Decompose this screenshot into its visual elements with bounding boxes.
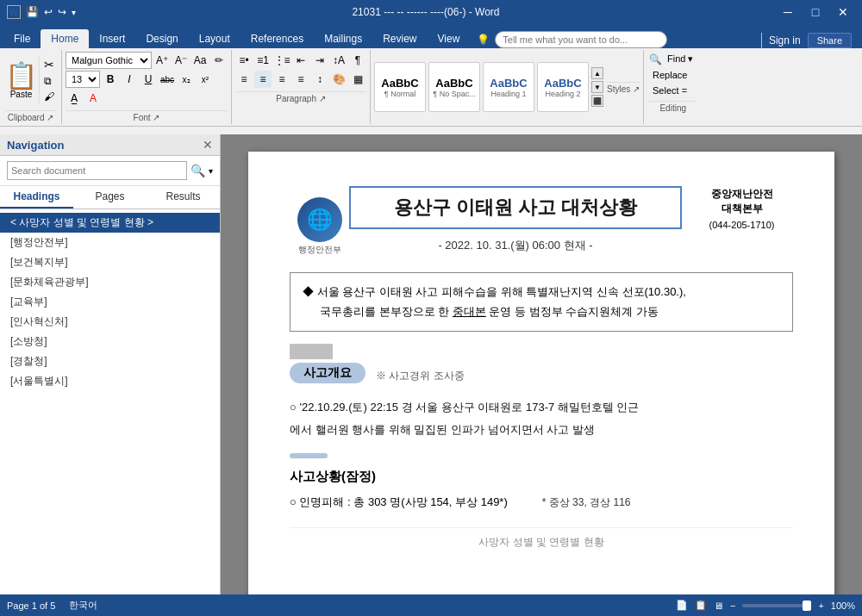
tab-file[interactable]: File bbox=[3, 29, 41, 48]
grow-font-button[interactable]: A⁺ bbox=[153, 52, 171, 69]
font-label: Font ↗ bbox=[66, 110, 228, 122]
text-highlight-button[interactable]: A̲ bbox=[66, 90, 83, 107]
styles-scroll: ▲ ▼ ⬛ bbox=[591, 67, 603, 107]
styles-scroll-more[interactable]: ⬛ bbox=[591, 95, 603, 107]
copy-button[interactable]: ⧉ bbox=[42, 74, 56, 88]
shrink-font-button[interactable]: A⁻ bbox=[172, 52, 190, 69]
select-button[interactable]: Select = bbox=[649, 84, 690, 97]
font-family-select[interactable]: Malgun Gothic bbox=[66, 52, 152, 69]
signin-area: Sign in Share bbox=[761, 33, 859, 48]
signin-button[interactable]: Sign in bbox=[769, 34, 801, 47]
ribbon-tab-bar: File Home Insert Design Layout Reference… bbox=[0, 24, 862, 48]
tab-mailings[interactable]: Mailings bbox=[314, 29, 372, 48]
minimize-button[interactable]: ─ bbox=[776, 3, 800, 22]
close-button[interactable]: ✕ bbox=[831, 3, 855, 22]
replace-button[interactable]: Replace bbox=[649, 68, 690, 82]
align-left-button[interactable]: ≡ bbox=[235, 71, 253, 88]
clipboard-label: Clipboard ↗ bbox=[5, 110, 56, 122]
tab-home[interactable]: Home bbox=[41, 29, 89, 48]
multilevel-list-button[interactable]: ⋮≡ bbox=[273, 52, 290, 69]
paste-button[interactable]: 📋 Paste bbox=[5, 61, 37, 99]
show-marks-button[interactable]: ¶ bbox=[349, 52, 366, 69]
tab-review[interactable]: Review bbox=[372, 29, 427, 48]
editing-group: 🔍 Find ▾ Replace Select = Editing bbox=[644, 50, 702, 124]
paragraph-group: ≡• ≡1 ⋮≡ ⇤ ⇥ ↕A ¶ ≡ ≡ ≡ ≡ ↕ 🎨 ▦ Paragrap… bbox=[232, 50, 371, 124]
editing-label: Editing bbox=[649, 101, 696, 113]
maximize-button[interactable]: □ bbox=[803, 3, 828, 22]
font-size-select[interactable]: 13 bbox=[66, 71, 100, 88]
superscript-button[interactable]: x² bbox=[197, 71, 214, 88]
tab-insert[interactable]: Insert bbox=[89, 29, 135, 48]
align-right-button[interactable]: ≡ bbox=[273, 71, 290, 88]
shading-button[interactable]: 🎨 bbox=[330, 71, 347, 88]
justify-button[interactable]: ≡ bbox=[292, 71, 309, 88]
title-bar-left: W 💾 ↩ ↪ ▾ bbox=[7, 5, 76, 19]
paragraph-label: Paragraph ↗ bbox=[235, 91, 366, 103]
word-app-icon: W bbox=[7, 5, 21, 19]
increase-indent-button[interactable]: ⇥ bbox=[311, 52, 328, 69]
title-bar: W 💾 ↩ ↪ ▾ 21031 --- -- ------ ----(06-) … bbox=[0, 0, 862, 24]
font-color-button[interactable]: A bbox=[84, 90, 102, 107]
quick-access-redo[interactable]: ↪ bbox=[58, 6, 66, 18]
align-center-button[interactable]: ≡ bbox=[254, 71, 272, 88]
styles-label: Styles ↗ bbox=[607, 82, 640, 94]
numbering-button[interactable]: ≡1 bbox=[254, 52, 272, 69]
subscript-button[interactable]: x₂ bbox=[178, 71, 195, 88]
share-button[interactable]: Share bbox=[808, 33, 852, 48]
font-group: Malgun Gothic A⁺ A⁻ Aa ✏ 13 B I U abc x₂… bbox=[62, 50, 232, 124]
find-icon: 🔍 bbox=[649, 53, 662, 65]
quick-access-undo[interactable]: ↩ bbox=[44, 6, 53, 18]
styles-scroll-up[interactable]: ▲ bbox=[591, 67, 603, 79]
style-normal[interactable]: AaBbC ¶ Normal bbox=[374, 62, 426, 112]
tab-view[interactable]: View bbox=[428, 29, 471, 48]
window-title: 21031 --- -- ------ ----(06-) - Word bbox=[76, 6, 776, 18]
bold-button[interactable]: B bbox=[102, 71, 119, 88]
style-heading2[interactable]: AaBbC Heading 2 bbox=[537, 62, 589, 112]
search-icon-ribbon: 💡 bbox=[477, 34, 490, 46]
title-bar-controls: ─ □ ✕ bbox=[776, 3, 855, 22]
styles-group: AaBbC ¶ Normal AaBbC ¶ No Spac... AaBbC … bbox=[371, 50, 644, 124]
borders-button[interactable]: ▦ bbox=[349, 71, 366, 88]
tab-design[interactable]: Design bbox=[135, 29, 188, 48]
tab-references[interactable]: References bbox=[240, 29, 314, 48]
tab-layout[interactable]: Layout bbox=[189, 29, 240, 48]
underline-button[interactable]: U bbox=[140, 71, 157, 88]
tell-me-input[interactable] bbox=[495, 31, 667, 48]
style-no-spacing[interactable]: AaBbC ¶ No Spac... bbox=[428, 62, 480, 112]
change-case-button[interactable]: Aa bbox=[191, 52, 209, 69]
italic-button[interactable]: I bbox=[121, 71, 138, 88]
strikethrough-button[interactable]: abc bbox=[159, 71, 176, 88]
cut-button[interactable]: ✂ bbox=[42, 57, 56, 72]
styles-scroll-down[interactable]: ▼ bbox=[591, 81, 603, 93]
ribbon-body: 📋 Paste ✂ ⧉ 🖌 Clipboard ↗ Malgun Gothic … bbox=[0, 48, 862, 127]
clear-format-button[interactable]: ✏ bbox=[210, 52, 228, 69]
style-heading1[interactable]: AaBbC Heading 1 bbox=[483, 62, 534, 112]
sort-button[interactable]: ↕A bbox=[330, 52, 347, 69]
quick-access-save[interactable]: 💾 bbox=[26, 6, 39, 18]
bullets-button[interactable]: ≡• bbox=[235, 52, 253, 69]
line-spacing-button[interactable]: ↕ bbox=[311, 71, 328, 88]
decrease-indent-button[interactable]: ⇤ bbox=[292, 52, 309, 69]
format-painter-button[interactable]: 🖌 bbox=[42, 90, 56, 103]
find-button[interactable]: Find ▾ bbox=[664, 52, 696, 66]
